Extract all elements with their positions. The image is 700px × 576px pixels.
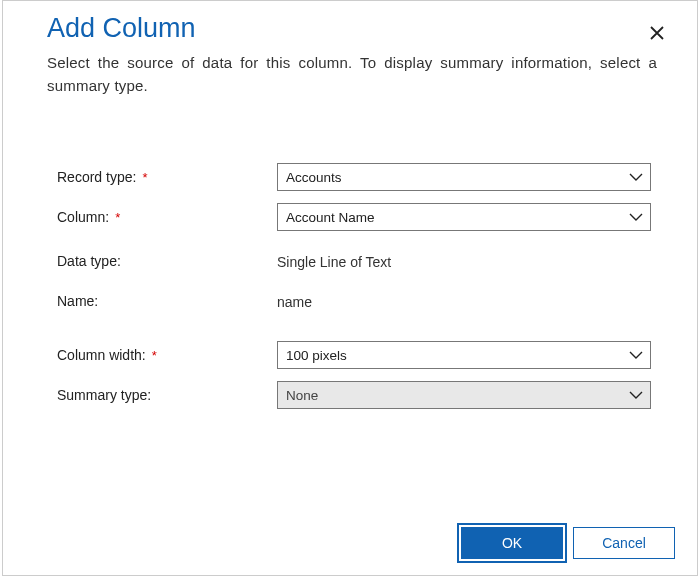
label-summary-type: Summary type: — [57, 387, 277, 403]
label-text: Record type: — [57, 169, 136, 185]
label-text: Column: — [57, 209, 109, 225]
chevron-down-icon — [628, 172, 644, 182]
row-column: Column: * Account Name — [57, 203, 651, 231]
label-column-width: Column width: * — [57, 347, 277, 363]
value-column: Account Name — [277, 203, 651, 231]
label-data-type: Data type: — [57, 253, 277, 269]
required-indicator: * — [152, 348, 157, 363]
dialog-form: Record type: * Accounts Column: * Accoun… — [3, 103, 697, 511]
select-value: Account Name — [286, 210, 375, 225]
cancel-button[interactable]: Cancel — [573, 527, 675, 559]
label-text: Column width: — [57, 347, 146, 363]
select-value: 100 pixels — [286, 348, 347, 363]
row-data-type: Data type: Single Line of Text — [57, 247, 651, 275]
dialog-title: Add Column — [47, 13, 657, 44]
value-data-type: Single Line of Text — [277, 252, 651, 270]
select-value: Accounts — [286, 170, 342, 185]
add-column-dialog: Add Column Select the source of data for… — [2, 0, 698, 576]
value-record-type: Accounts — [277, 163, 651, 191]
row-record-type: Record type: * Accounts — [57, 163, 651, 191]
value-name: name — [277, 292, 651, 310]
chevron-down-icon — [628, 390, 644, 400]
row-column-width: Column width: * 100 pixels — [57, 341, 651, 369]
name-value: name — [277, 292, 651, 310]
required-indicator: * — [142, 170, 147, 185]
value-summary-type: None — [277, 381, 651, 409]
label-name: Name: — [57, 293, 277, 309]
summary-type-select[interactable]: None — [277, 381, 651, 409]
select-value: None — [286, 388, 318, 403]
chevron-down-icon — [628, 212, 644, 222]
required-indicator: * — [115, 210, 120, 225]
dialog-footer: OK Cancel — [3, 511, 697, 575]
label-text: Summary type: — [57, 387, 151, 403]
dialog-header: Add Column Select the source of data for… — [3, 1, 697, 103]
label-column: Column: * — [57, 209, 277, 225]
close-button[interactable] — [645, 23, 669, 47]
row-name: Name: name — [57, 287, 651, 315]
dialog-subtitle: Select the source of data for this colum… — [47, 52, 657, 97]
close-icon — [650, 26, 664, 44]
label-text: Data type: — [57, 253, 121, 269]
row-summary-type: Summary type: None — [57, 381, 651, 409]
label-record-type: Record type: * — [57, 169, 277, 185]
value-column-width: 100 pixels — [277, 341, 651, 369]
data-type-value: Single Line of Text — [277, 252, 651, 270]
chevron-down-icon — [628, 350, 644, 360]
ok-button[interactable]: OK — [461, 527, 563, 559]
column-width-select[interactable]: 100 pixels — [277, 341, 651, 369]
record-type-select[interactable]: Accounts — [277, 163, 651, 191]
label-text: Name: — [57, 293, 98, 309]
column-select[interactable]: Account Name — [277, 203, 651, 231]
